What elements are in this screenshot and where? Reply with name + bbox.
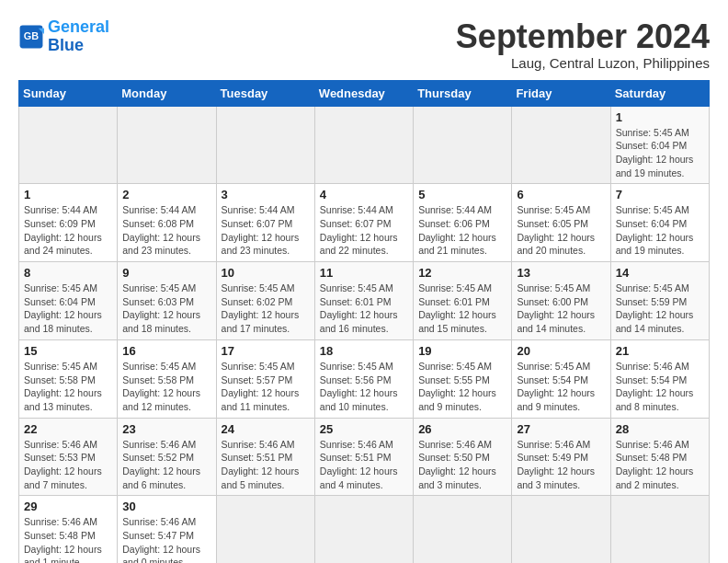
day-cell: 24Sunrise: 5:46 AMSunset: 5:51 PMDayligh… [216, 418, 314, 496]
day-detail: Sunrise: 5:45 AMSunset: 5:58 PMDaylight:… [122, 360, 210, 414]
week-row-3: 15Sunrise: 5:45 AMSunset: 5:58 PMDayligh… [19, 339, 710, 418]
day-cell [216, 106, 314, 184]
header-monday: Monday [118, 80, 216, 106]
day-number: 21 [616, 344, 704, 358]
day-number: 2 [122, 188, 210, 201]
day-cell: 2Sunrise: 5:44 AMSunset: 6:08 PMDaylight… [118, 184, 216, 262]
day-number: 6 [517, 188, 605, 201]
day-cell [216, 496, 314, 563]
day-number: 30 [122, 500, 210, 513]
day-number: 26 [418, 422, 506, 436]
day-detail: Sunrise: 5:45 AMSunset: 5:56 PMDaylight:… [320, 360, 408, 414]
day-detail: Sunrise: 5:46 AMSunset: 5:54 PMDaylight:… [616, 360, 704, 414]
day-number: 29 [24, 500, 112, 513]
day-number: 17 [222, 344, 310, 358]
day-cell [512, 106, 610, 184]
day-detail: Sunrise: 5:46 AMSunset: 5:53 PMDaylight:… [24, 438, 112, 492]
day-cell [19, 106, 118, 184]
day-detail: Sunrise: 5:45 AMSunset: 5:54 PMDaylight:… [517, 360, 605, 414]
day-detail: Sunrise: 5:45 AMSunset: 6:04 PMDaylight:… [616, 203, 704, 258]
day-number: 4 [320, 188, 408, 201]
header-tuesday: Tuesday [216, 80, 314, 106]
day-detail: Sunrise: 5:46 AMSunset: 5:52 PMDaylight:… [122, 438, 210, 492]
day-cell [414, 496, 512, 563]
day-number: 5 [418, 188, 506, 201]
day-cell: 11Sunrise: 5:45 AMSunset: 6:01 PMDayligh… [314, 262, 413, 340]
day-cell [314, 496, 413, 563]
day-cell: 7Sunrise: 5:45 AMSunset: 6:04 PMDaylight… [610, 184, 709, 262]
day-cell: 8Sunrise: 5:45 AMSunset: 6:04 PMDaylight… [19, 262, 118, 340]
day-number: 8 [24, 266, 112, 280]
day-cell: 9Sunrise: 5:45 AMSunset: 6:03 PMDaylight… [118, 262, 216, 340]
day-number: 22 [24, 422, 112, 436]
day-detail: Sunrise: 5:44 AMSunset: 6:09 PMDaylight:… [24, 203, 112, 258]
day-detail: Sunrise: 5:45 AMSunset: 6:00 PMDaylight:… [517, 282, 605, 336]
day-detail: Sunrise: 5:45 AMSunset: 5:55 PMDaylight:… [418, 360, 506, 414]
location-title: Laug, Central Luzon, Philippines [456, 55, 710, 71]
day-number: 27 [517, 422, 605, 436]
day-detail: Sunrise: 5:45 AMSunset: 5:58 PMDaylight:… [24, 360, 112, 414]
week-row-1: 1Sunrise: 5:44 AMSunset: 6:09 PMDaylight… [19, 184, 710, 262]
day-detail: Sunrise: 5:45 AMSunset: 6:03 PMDaylight:… [122, 282, 210, 336]
day-cell: 27Sunrise: 5:46 AMSunset: 5:49 PMDayligh… [512, 418, 610, 496]
day-cell [512, 496, 610, 563]
day-detail: Sunrise: 5:46 AMSunset: 5:49 PMDaylight:… [517, 438, 605, 492]
day-detail: Sunrise: 5:44 AMSunset: 6:07 PMDaylight:… [222, 203, 310, 258]
day-detail: Sunrise: 5:46 AMSunset: 5:48 PMDaylight:… [616, 438, 704, 492]
day-cell: 30Sunrise: 5:46 AMSunset: 5:47 PMDayligh… [118, 496, 216, 563]
day-cell: 13Sunrise: 5:45 AMSunset: 6:00 PMDayligh… [512, 262, 610, 340]
day-cell [610, 496, 709, 563]
day-number: 15 [24, 344, 112, 358]
day-cell: 14Sunrise: 5:45 AMSunset: 5:59 PMDayligh… [610, 262, 709, 340]
day-cell: 15Sunrise: 5:45 AMSunset: 5:58 PMDayligh… [19, 339, 118, 418]
day-detail: Sunrise: 5:45 AMSunset: 6:01 PMDaylight:… [320, 282, 408, 336]
logo-text: GeneralBlue [48, 18, 109, 55]
week-row-2: 8Sunrise: 5:45 AMSunset: 6:04 PMDaylight… [19, 262, 710, 340]
day-cell: 28Sunrise: 5:46 AMSunset: 5:48 PMDayligh… [610, 418, 709, 496]
day-cell: 6Sunrise: 5:45 AMSunset: 6:05 PMDaylight… [512, 184, 610, 262]
day-number: 28 [616, 422, 704, 436]
day-number: 18 [320, 344, 408, 358]
day-number: 25 [320, 422, 408, 436]
logo: GB GeneralBlue [18, 18, 109, 55]
day-number: 1 [616, 110, 704, 124]
day-cell [118, 106, 216, 184]
day-detail: Sunrise: 5:45 AMSunset: 5:57 PMDaylight:… [222, 360, 310, 414]
day-cell [314, 106, 413, 184]
day-number: 13 [517, 266, 605, 280]
header-wednesday: Wednesday [314, 80, 413, 106]
day-cell: 25Sunrise: 5:46 AMSunset: 5:51 PMDayligh… [314, 418, 413, 496]
day-cell: 29Sunrise: 5:46 AMSunset: 5:48 PMDayligh… [19, 496, 118, 563]
day-number: 3 [222, 188, 310, 201]
day-number: 9 [122, 266, 210, 280]
day-detail: Sunrise: 5:46 AMSunset: 5:51 PMDaylight:… [320, 438, 408, 492]
title-area: September 2024 Laug, Central Luzon, Phil… [456, 18, 710, 71]
day-cell: 3Sunrise: 5:44 AMSunset: 6:07 PMDaylight… [216, 184, 314, 262]
week-row-4: 22Sunrise: 5:46 AMSunset: 5:53 PMDayligh… [19, 418, 710, 496]
day-cell: 10Sunrise: 5:45 AMSunset: 6:02 PMDayligh… [216, 262, 314, 340]
day-detail: Sunrise: 5:44 AMSunset: 6:06 PMDaylight:… [418, 203, 506, 258]
day-detail: Sunrise: 5:44 AMSunset: 6:08 PMDaylight:… [122, 203, 210, 258]
day-number: 16 [122, 344, 210, 358]
day-cell: 12Sunrise: 5:45 AMSunset: 6:01 PMDayligh… [414, 262, 512, 340]
calendar-table: SundayMondayTuesdayWednesdayThursdayFrid… [18, 80, 710, 563]
svg-text:GB: GB [24, 30, 39, 41]
day-cell: 23Sunrise: 5:46 AMSunset: 5:52 PMDayligh… [118, 418, 216, 496]
day-detail: Sunrise: 5:45 AMSunset: 5:59 PMDaylight:… [616, 282, 704, 336]
day-number: 14 [616, 266, 704, 280]
day-detail: Sunrise: 5:45 AMSunset: 6:04 PMDaylight:… [24, 282, 112, 336]
day-detail: Sunrise: 5:46 AMSunset: 5:48 PMDaylight:… [24, 515, 112, 563]
day-detail: Sunrise: 5:45 AMSunset: 6:05 PMDaylight:… [517, 203, 605, 258]
day-number: 12 [418, 266, 506, 280]
day-cell: 19Sunrise: 5:45 AMSunset: 5:55 PMDayligh… [414, 339, 512, 418]
day-cell: 18Sunrise: 5:45 AMSunset: 5:56 PMDayligh… [314, 339, 413, 418]
day-number: 20 [517, 344, 605, 358]
day-cell: 1Sunrise: 5:45 AMSunset: 6:04 PMDaylight… [610, 106, 709, 184]
header-sunday: Sunday [19, 80, 118, 106]
day-number: 23 [122, 422, 210, 436]
day-number: 1 [24, 188, 112, 201]
days-header-row: SundayMondayTuesdayWednesdayThursdayFrid… [19, 80, 710, 106]
day-detail: Sunrise: 5:45 AMSunset: 6:02 PMDaylight:… [222, 282, 310, 336]
week-row-5: 29Sunrise: 5:46 AMSunset: 5:48 PMDayligh… [19, 496, 710, 563]
day-detail: Sunrise: 5:46 AMSunset: 5:50 PMDaylight:… [418, 438, 506, 492]
